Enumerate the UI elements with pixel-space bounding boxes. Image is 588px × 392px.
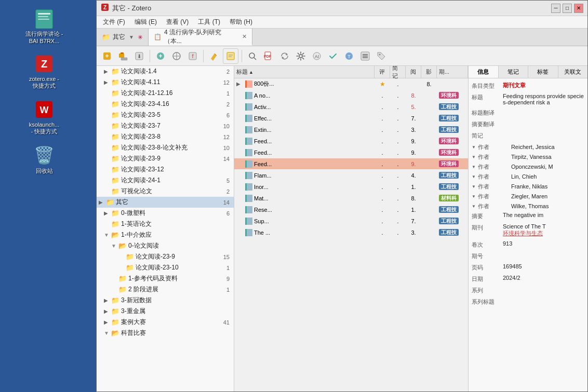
locate-button[interactable] [169, 49, 184, 63]
new-item-button[interactable]: + [100, 49, 114, 63]
author-expand-2[interactable]: ▼ [472, 155, 476, 159]
import-button[interactable]: ⬇ [132, 49, 146, 63]
list-row-5[interactable]: Extin... . . 3. 工程技 [234, 124, 468, 136]
expand-icon-read411: ▶ [104, 79, 111, 85]
menu-tools[interactable]: 工具 (T) [194, 17, 224, 28]
tab-qita[interactable]: 📁 其它 ▼ ✳ [97, 29, 149, 46]
fulltext-button[interactable]: f [185, 49, 200, 63]
tree-item-covid[interactable]: ▶ 📁 3-新冠数据 [97, 295, 234, 306]
list-row-9[interactable]: Flam... . . 4. 工程技 [234, 170, 468, 181]
tree-item-read237[interactable]: 📁 论文阅读-23-7 10 [97, 120, 234, 131]
tree-item-read2312[interactable]: 📁 论文阅读-23-12 [97, 164, 234, 175]
col-header-title[interactable]: 标题 ▲ [234, 66, 375, 78]
tree-item-read239[interactable]: 📁 论文阅读-23-9 14 [97, 153, 234, 164]
menu-file[interactable]: 文件 (F) [99, 17, 129, 28]
tree-item-viz[interactable]: 📁 可视化论文 2 [97, 186, 234, 197]
tree-item-mediation[interactable]: ▼ 📂 1-中介效应 [97, 229, 234, 240]
tree-item-contest[interactable]: ▶ 📁 案例大赛 41 [97, 317, 234, 328]
list-row-7[interactable]: Feed... . . 9. 环境科 [234, 147, 468, 158]
list-row-2[interactable]: A no... . . 8. 环境科 [234, 90, 468, 101]
folder-icon-mediation: 📂 [111, 231, 119, 239]
tab-qita-dropdown-icon[interactable]: ▼ [129, 34, 134, 40]
col-header-note[interactable]: 简记 [390, 66, 406, 78]
tree-item-read235[interactable]: 📁 论文阅读-23-5 6 [97, 110, 234, 120]
desktop-icon-wps[interactable]: W ksolaunch...- 快捷方式 [3, 97, 86, 138]
new-collection-button[interactable] [116, 49, 130, 63]
tree-item-refcode[interactable]: 📁 1-参考代码及资料 9 [97, 273, 234, 284]
folder-icon-read238: 📁 [111, 133, 119, 141]
tree-item-english[interactable]: 📁 1-英语论文 [97, 219, 234, 229]
annotate-button[interactable] [207, 49, 221, 63]
list-row-11[interactable]: Mat... . . 8. 材料科 [234, 193, 468, 204]
author-expand-6[interactable]: ▼ [472, 194, 476, 199]
tree-item-read14[interactable]: ▶ 📁 论文阅读-1.4 2 [97, 66, 234, 77]
tree-item-qita[interactable]: ▶ 📁 其它 14 [97, 197, 234, 208]
translate-button[interactable]: T [342, 49, 356, 63]
add-note-button[interactable] [223, 49, 238, 63]
ai-button[interactable]: AI [310, 49, 324, 63]
author-expand-3[interactable]: ▼ [472, 165, 476, 169]
tree-item-readpapers[interactable]: ▼ 📂 0-论文阅读 [97, 240, 234, 251]
tree-item-read239-sub[interactable]: 📁 论文阅读-23-9 15 [97, 251, 234, 262]
author-expand-5[interactable]: ▼ [472, 184, 476, 189]
tree-item-read211216[interactable]: 📁 论文阅读-21-12.16 1 [97, 88, 234, 99]
maximize-button[interactable]: □ [563, 4, 572, 13]
sync-button[interactable] [277, 49, 292, 63]
minimize-button[interactable]: ─ [551, 4, 560, 13]
tab-epidemiology[interactable]: 📋 4 流行病学-队列研究（本... ✕ [149, 29, 252, 46]
right-tab-notes[interactable]: 笔记 [499, 66, 529, 78]
detail-abstract-row: 摘要 The negative im [472, 212, 584, 220]
close-button[interactable]: ✕ [574, 4, 583, 13]
list-row-6[interactable]: Feed... . . 9. 环境科 [234, 136, 468, 147]
col-header-rating[interactable]: 评 [375, 66, 390, 78]
tree-item-plastic[interactable]: ▶ 📁 0-微塑料 6 [97, 208, 234, 219]
check-button[interactable] [326, 49, 340, 63]
tree-label-qita: 其它 [116, 198, 128, 207]
desktop-icon-lecture[interactable]: 流行病学讲论 -BAI B7RX... [3, 5, 86, 47]
list-row-1[interactable]: ▶ 800份... ★ . 8. [234, 78, 468, 90]
right-tab-info[interactable]: 信息 [469, 66, 499, 78]
tree-item-phase2[interactable]: 📁 2 阶段进展 1 [97, 284, 234, 295]
add-attachment-button[interactable]: + [153, 49, 168, 63]
menu-view[interactable]: 查看 (V) [162, 17, 193, 28]
tree-item-read23416[interactable]: 📁 论文阅读-23-4.16 2 [97, 99, 234, 110]
menu-help[interactable]: 帮助 (H) [225, 17, 257, 28]
pdf-button[interactable]: PDF [261, 49, 276, 63]
list-row-3[interactable]: Activ... . . 5. 工程技 [234, 101, 468, 113]
list-row-14[interactable]: The ... . . 3. 工程技 [234, 227, 468, 238]
desktop-icon-zotero[interactable]: Z zotero.exe -快捷方式 [3, 51, 86, 92]
desktop-icon-recycle[interactable]: 🗑️ 回收站 [3, 142, 86, 178]
author-expand-7[interactable]: ▼ [472, 204, 476, 209]
tab-epidemiology-close[interactable]: ✕ [242, 33, 247, 40]
col-header-journal[interactable]: 期... [437, 66, 468, 78]
menu-edit[interactable]: 编辑 (E) [130, 17, 161, 28]
tree-item-popular[interactable]: ▼ 📂 科普比赛 [97, 328, 234, 339]
author-expand-4[interactable]: ▼ [472, 174, 476, 179]
list-row-4[interactable]: Effec... . . 7. 工程技 [234, 113, 468, 124]
tree-item-read411[interactable]: ▶ 📁 论文阅读-4.11 12 [97, 77, 234, 88]
tree-item-read241[interactable]: 📁 论文阅读-24-1 5 [97, 175, 234, 186]
list-row-8[interactable]: Feed... . . 9. 环境科 [234, 158, 468, 170]
author-label-6: 作者 [478, 192, 509, 200]
list-row-13[interactable]: Sup... . . 7. 工程技 [234, 215, 468, 227]
settings-button[interactable] [293, 49, 308, 63]
detail-titletrans-row: 标题翻译 [472, 109, 584, 117]
tree-item-read238[interactable]: 📁 论文阅读-23-8 12 [97, 131, 234, 142]
list-row-12[interactable]: Rese... . . 1. 工程技 [234, 204, 468, 215]
col-header-attach[interactable]: 影 [421, 66, 437, 78]
tag-button[interactable] [374, 49, 389, 63]
right-tab-tags[interactable]: 标签 [528, 66, 558, 78]
author-expand-1[interactable]: ▼ [472, 145, 476, 150]
svg-text:W: W [40, 105, 49, 115]
detail-journal-cn[interactable]: 环境科学与生态 [503, 229, 584, 237]
tree-label-read2312: 论文阅读-23-12 [121, 165, 164, 174]
col-header-read[interactable]: 阅 [406, 66, 421, 78]
list-row-10[interactable]: Inor... . . 1. 工程技 [234, 181, 468, 193]
tree-item-read238sup[interactable]: 📁 论文阅读-23-8-论文补充 10 [97, 142, 234, 153]
more-button[interactable] [358, 49, 372, 63]
tree-item-read2310[interactable]: 📁 论文阅读-23-10 1 [97, 262, 234, 273]
right-tab-related[interactable]: 关联文 [558, 66, 588, 78]
row-expand-1[interactable]: ▶ [236, 81, 244, 87]
search-button[interactable] [245, 49, 260, 63]
tree-item-heavymetal[interactable]: ▶ 📁 3-重金属 [97, 306, 234, 317]
